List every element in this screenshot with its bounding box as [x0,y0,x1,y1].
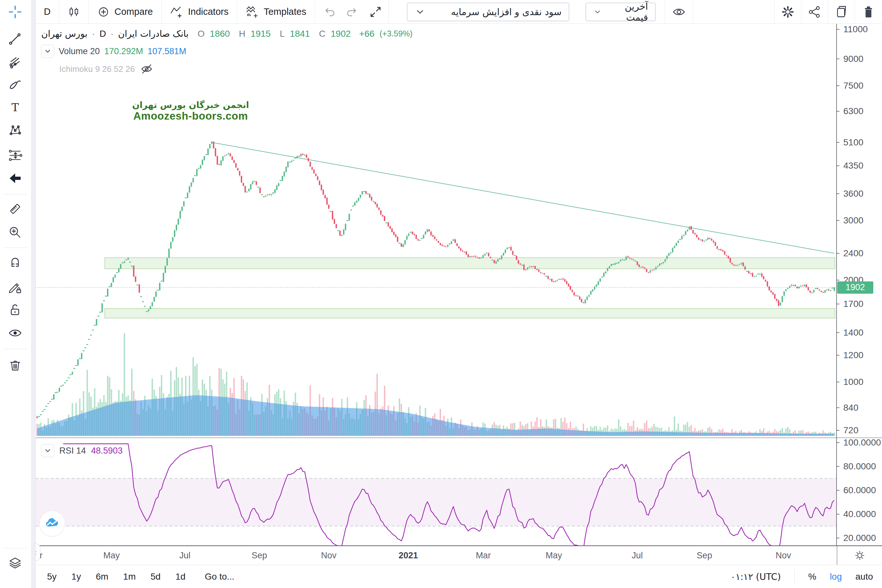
text-tool[interactable]: T [4,98,26,118]
drawing-mode-lock[interactable] [4,277,26,298]
footer-right-group: ۰۱:۱۲ (UTC) % log auto [730,570,882,584]
lock-all-drawings[interactable] [4,300,26,320]
provider-logo [39,511,65,536]
pattern-tool[interactable] [4,120,26,141]
chevron-down-icon [44,447,52,455]
symbol-name[interactable]: بانک صادرات ایران [118,28,189,39]
range-button-6m[interactable]: 6m [96,572,108,582]
price-mode-label: آخرین قیمت [610,1,648,23]
rsi-axis-tick: 20.0000 [843,533,876,543]
object-tree[interactable] [4,553,26,573]
sidebar-divider [3,349,27,349]
compare-button[interactable]: Compare [88,0,161,24]
range-button-1y[interactable]: 1y [72,572,81,582]
share-button[interactable] [801,0,828,24]
trading-chart-app: T [0,0,882,588]
log-scale-toggle[interactable]: log [830,572,842,582]
sidebar-divider [3,548,27,548]
trash-icon [8,358,22,373]
volume-collapse-button[interactable] [41,45,54,58]
brush-tool[interactable] [4,75,26,95]
forecast-tool[interactable] [4,145,26,166]
magnet-mode[interactable] [4,252,26,273]
snapshot-button[interactable] [828,0,855,24]
range-button-5y[interactable]: 5y [47,572,57,582]
volume-row: Volume 20 170.292M 107.581M [41,45,412,58]
measure-tool[interactable] [4,199,26,219]
volume-value-green: 170.292M [105,46,143,56]
trash-filled-icon [862,6,875,18]
magnet-icon [8,256,22,270]
templates-icon [246,5,259,19]
remove-drawings[interactable] [4,355,26,376]
templates-label: Templates [264,6,306,17]
axis-settings-corner[interactable] [837,546,882,565]
xabcd-pattern-icon [8,124,22,137]
chart-legend: بورس تهران · D · بانک صادرات ایران O1860… [41,28,412,75]
high-label: H [239,29,245,39]
svg-text:T: T [12,101,19,114]
eye-off-icon[interactable] [141,63,153,75]
settings-button[interactable] [775,0,801,24]
delete-button[interactable] [855,0,882,24]
back-arrow-tool[interactable] [4,168,26,189]
range-button-1m[interactable]: 1m [123,572,136,582]
percent-scale-toggle[interactable]: % [808,572,816,582]
cloud-logo-icon [45,516,60,531]
hide-all-drawings[interactable] [4,323,26,344]
pitchfork-icon [8,56,22,69]
sidebar-scroll-gutter[interactable] [31,0,36,588]
visibility-button[interactable] [665,0,693,24]
chart-canvas[interactable] [0,0,882,588]
ichimoku-label[interactable]: Ichimoku 9 26 52 26 [59,64,135,74]
templates-button[interactable]: Templates [237,0,315,24]
price-mode-dropdown[interactable]: آخرین قیمت [585,3,656,21]
time-axis[interactable]: arMayJulSepNov2021MarMayJulSepNov [36,546,837,565]
crosshair-tool[interactable] [4,2,26,22]
rsi-collapse-button[interactable] [41,444,54,457]
gear-icon [781,5,795,19]
exchange-name[interactable]: بورس تهران [41,28,87,39]
interval-value[interactable]: D [100,29,106,39]
redo-button[interactable] [341,0,363,24]
range-button-5d[interactable]: 5d [150,572,160,582]
auto-scale-toggle[interactable]: auto [856,572,873,582]
close-label: C [319,29,326,39]
rsi-axis[interactable]: 100.000080.000060.000040.000020.0000 [838,0,882,588]
unlocked-padlock-icon [8,303,22,317]
top-toolbar: D Compare Indicators Templates [36,0,882,24]
trend-line-tool[interactable] [4,28,26,49]
brush-icon [8,78,22,92]
volume-value-blue: 107.581M [148,46,186,56]
layers-icon [8,556,22,570]
volume-label[interactable]: Volume 20 [58,46,100,56]
zoom-in-tool[interactable] [4,222,26,243]
chart-style-button[interactable] [59,0,88,24]
expand-icon [369,6,382,18]
undo-button[interactable] [315,0,341,24]
interval-button[interactable]: D [36,0,59,24]
clock-label[interactable]: ۰۱:۱۲ (UTC) [730,572,781,582]
rsi-axis-tick: 100.0000 [843,438,881,448]
redo-icon [345,6,358,18]
change-value: +66 [359,29,375,39]
separator-dot: · [111,29,114,39]
eye-icon [8,326,22,340]
rsi-axis-tick: 40.0000 [843,509,876,519]
rsi-value: 48.5903 [91,446,123,456]
gann-fib-tool[interactable] [4,52,26,73]
high-value: 1915 [250,29,270,39]
rsi-axis-tick: 60.0000 [843,485,876,495]
dividend-adjustment-dropdown[interactable]: سود نقدی و افزایش سرمایه [407,3,569,21]
arrow-left-icon [8,171,22,185]
time-axis-label: Nov [732,546,835,565]
ruler-icon [8,202,22,216]
chevron-down-icon [415,6,426,17]
open-value: 1860 [210,29,230,39]
date-range-buttons: 5y1y6m1m5d1d [36,572,185,582]
goto-button[interactable]: Go to... [205,572,234,582]
range-button-1d[interactable]: 1d [176,572,185,582]
rsi-label[interactable]: RSI 14 [59,446,86,456]
fullscreen-button[interactable] [363,0,388,24]
indicators-button[interactable]: Indicators [162,0,237,24]
